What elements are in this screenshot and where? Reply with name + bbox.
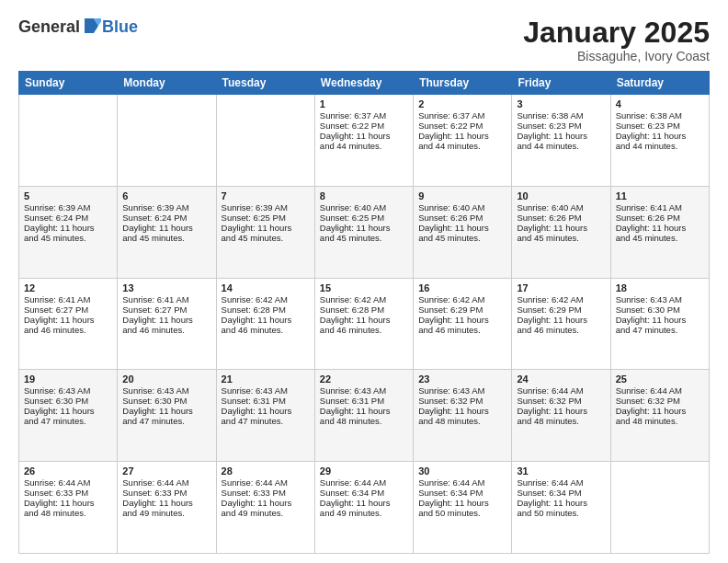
day-number: 12 bbox=[24, 282, 112, 293]
day-header-saturday: Saturday bbox=[610, 72, 709, 95]
calendar-cell: 5Sunrise: 6:39 AMSunset: 6:24 PMDaylight… bbox=[19, 186, 118, 278]
day-number: 10 bbox=[517, 190, 605, 201]
day-info-line: Sunrise: 6:41 AM bbox=[122, 294, 210, 304]
day-info-line: Daylight: 11 hours bbox=[517, 498, 605, 508]
day-info-line: Daylight: 11 hours bbox=[24, 498, 112, 508]
day-info-line: Sunset: 6:27 PM bbox=[24, 304, 112, 315]
day-info-line: and 50 minutes. bbox=[517, 508, 605, 518]
day-info-line: Daylight: 11 hours bbox=[122, 315, 210, 325]
day-info-line: Sunrise: 6:44 AM bbox=[517, 385, 605, 396]
day-info-line: Sunset: 6:30 PM bbox=[24, 396, 112, 406]
calendar-week-2: 5Sunrise: 6:39 AMSunset: 6:24 PMDaylight… bbox=[19, 186, 710, 278]
day-info-line: Sunset: 6:27 PM bbox=[122, 304, 210, 315]
calendar: SundayMondayTuesdayWednesdayThursdayFrid… bbox=[18, 71, 710, 554]
calendar-cell bbox=[216, 95, 314, 187]
day-info-line: and 44 minutes. bbox=[517, 141, 605, 151]
day-info-line: Sunset: 6:28 PM bbox=[320, 304, 408, 315]
day-info-line: Sunrise: 6:40 AM bbox=[418, 202, 506, 213]
day-info-line: Daylight: 11 hours bbox=[24, 315, 112, 325]
day-number: 11 bbox=[616, 190, 704, 201]
day-info-line: and 46 minutes. bbox=[418, 325, 506, 335]
day-header-thursday: Thursday bbox=[414, 72, 512, 95]
day-number: 9 bbox=[418, 190, 506, 201]
day-info-line: Sunrise: 6:41 AM bbox=[616, 202, 704, 213]
calendar-cell: 10Sunrise: 6:40 AMSunset: 6:26 PMDayligh… bbox=[512, 186, 610, 278]
day-info-line: Sunset: 6:24 PM bbox=[122, 213, 210, 223]
calendar-cell: 14Sunrise: 6:42 AMSunset: 6:28 PMDayligh… bbox=[216, 278, 314, 370]
day-info-line: Sunset: 6:29 PM bbox=[517, 304, 605, 315]
calendar-cell bbox=[118, 95, 216, 187]
calendar-cell: 3Sunrise: 6:38 AMSunset: 6:23 PMDaylight… bbox=[512, 95, 610, 187]
calendar-cell: 13Sunrise: 6:41 AMSunset: 6:27 PMDayligh… bbox=[118, 278, 216, 370]
title-block: January 2025 Bissaguhe, Ivory Coast bbox=[523, 17, 710, 63]
calendar-cell bbox=[610, 462, 709, 554]
day-info-line: and 47 minutes. bbox=[222, 416, 310, 426]
day-info-line: Sunset: 6:28 PM bbox=[222, 304, 310, 315]
calendar-week-4: 19Sunrise: 6:43 AMSunset: 6:30 PMDayligh… bbox=[19, 370, 710, 462]
day-number: 8 bbox=[320, 190, 408, 201]
day-info-line: Sunset: 6:34 PM bbox=[517, 488, 605, 498]
day-info-line: Sunrise: 6:39 AM bbox=[24, 202, 112, 213]
day-number: 25 bbox=[616, 373, 704, 385]
day-info-line: Sunset: 6:23 PM bbox=[616, 121, 704, 131]
day-number: 28 bbox=[222, 465, 310, 477]
day-info-line: Daylight: 11 hours bbox=[24, 223, 112, 233]
day-info-line: Sunset: 6:25 PM bbox=[320, 213, 408, 223]
day-info-line: Sunrise: 6:43 AM bbox=[616, 294, 704, 304]
calendar-cell: 31Sunrise: 6:44 AMSunset: 6:34 PMDayligh… bbox=[512, 462, 610, 554]
day-info-line: Daylight: 11 hours bbox=[418, 315, 506, 325]
day-number: 18 bbox=[616, 282, 704, 293]
day-info-line: Sunset: 6:22 PM bbox=[418, 121, 506, 131]
day-info-line: Daylight: 11 hours bbox=[320, 131, 408, 141]
day-number: 16 bbox=[418, 282, 506, 293]
calendar-cell: 19Sunrise: 6:43 AMSunset: 6:30 PMDayligh… bbox=[19, 370, 118, 462]
day-header-tuesday: Tuesday bbox=[216, 72, 314, 95]
day-info-line: Daylight: 11 hours bbox=[616, 315, 704, 325]
day-info-line: Sunset: 6:32 PM bbox=[418, 396, 506, 406]
calendar-cell: 24Sunrise: 6:44 AMSunset: 6:32 PMDayligh… bbox=[512, 370, 610, 462]
day-info-line: Sunset: 6:33 PM bbox=[24, 488, 112, 498]
day-info-line: Sunrise: 6:38 AM bbox=[517, 110, 605, 121]
day-info-line: and 45 minutes. bbox=[616, 233, 704, 243]
day-info-line: Sunrise: 6:42 AM bbox=[517, 294, 605, 304]
day-number: 17 bbox=[517, 282, 605, 293]
day-info-line: Daylight: 11 hours bbox=[122, 498, 210, 508]
day-info-line: Sunset: 6:33 PM bbox=[122, 488, 210, 498]
day-info-line: and 47 minutes. bbox=[616, 325, 704, 335]
calendar-header-row: SundayMondayTuesdayWednesdayThursdayFrid… bbox=[19, 72, 710, 95]
day-info-line: and 45 minutes. bbox=[222, 233, 310, 243]
day-info-line: and 48 minutes. bbox=[320, 416, 408, 426]
day-info-line: Sunrise: 6:40 AM bbox=[517, 202, 605, 213]
day-number: 21 bbox=[222, 373, 310, 385]
day-number: 1 bbox=[320, 98, 408, 109]
day-number: 30 bbox=[418, 465, 506, 477]
day-info-line: Sunset: 6:22 PM bbox=[320, 121, 408, 131]
day-info-line: Daylight: 11 hours bbox=[320, 315, 408, 325]
day-info-line: and 46 minutes. bbox=[517, 325, 605, 335]
day-info-line: and 46 minutes. bbox=[222, 325, 310, 335]
day-info-line: Sunrise: 6:44 AM bbox=[418, 477, 506, 488]
day-info-line: and 48 minutes. bbox=[24, 508, 112, 518]
calendar-cell: 17Sunrise: 6:42 AMSunset: 6:29 PMDayligh… bbox=[512, 278, 610, 370]
calendar-cell: 25Sunrise: 6:44 AMSunset: 6:32 PMDayligh… bbox=[610, 370, 709, 462]
day-info-line: Sunrise: 6:37 AM bbox=[418, 110, 506, 121]
day-info-line: Sunrise: 6:43 AM bbox=[418, 385, 506, 396]
day-number: 31 bbox=[517, 465, 605, 477]
day-info-line: Sunset: 6:25 PM bbox=[222, 213, 310, 223]
day-info-line: and 45 minutes. bbox=[418, 233, 506, 243]
day-info-line: Sunset: 6:32 PM bbox=[517, 396, 605, 406]
day-number: 20 bbox=[122, 373, 210, 385]
calendar-cell: 26Sunrise: 6:44 AMSunset: 6:33 PMDayligh… bbox=[19, 462, 118, 554]
day-info-line: Sunrise: 6:43 AM bbox=[320, 385, 408, 396]
logo-icon bbox=[81, 17, 101, 37]
calendar-cell: 23Sunrise: 6:43 AMSunset: 6:32 PMDayligh… bbox=[414, 370, 512, 462]
day-info-line: Daylight: 11 hours bbox=[320, 223, 408, 233]
day-info-line: and 47 minutes. bbox=[122, 416, 210, 426]
day-info-line: Sunset: 6:34 PM bbox=[418, 488, 506, 498]
day-number: 29 bbox=[320, 465, 408, 477]
day-info-line: Daylight: 11 hours bbox=[616, 406, 704, 416]
day-info-line: and 49 minutes. bbox=[320, 508, 408, 518]
day-info-line: and 45 minutes. bbox=[517, 233, 605, 243]
calendar-cell: 11Sunrise: 6:41 AMSunset: 6:26 PMDayligh… bbox=[610, 186, 709, 278]
day-info-line: Sunrise: 6:44 AM bbox=[24, 477, 112, 488]
